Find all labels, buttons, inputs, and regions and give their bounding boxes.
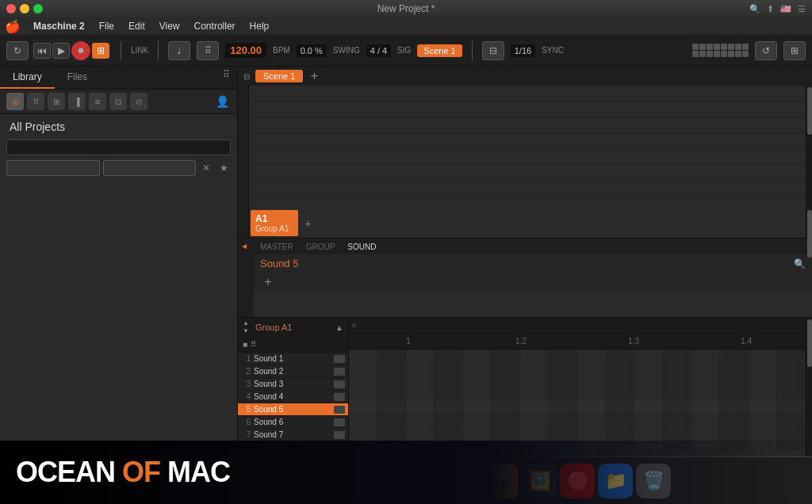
fullscreen-button[interactable] [33,4,43,13]
instrument-icon[interactable]: ◎ [6,93,24,110]
cell[interactable] [777,400,806,413]
cell[interactable] [520,388,549,400]
pattern-grid-row-5[interactable] [349,400,806,413]
cell[interactable] [492,438,520,451]
cell[interactable] [634,349,663,362]
cell[interactable] [492,413,520,426]
cell[interactable] [777,362,806,375]
cell[interactable] [435,375,463,388]
pattern-grid-row-8[interactable] [349,438,806,451]
cell[interactable] [749,388,777,400]
cell[interactable] [406,413,435,426]
cell[interactable] [606,400,634,413]
cell[interactable] [606,388,634,400]
cell[interactable] [720,426,749,438]
pattern-grid-row-3[interactable] [349,375,806,388]
cell[interactable] [720,400,749,413]
cell[interactable] [492,400,520,413]
rewind-button[interactable]: ⏮ [33,43,51,59]
cell[interactable] [549,349,577,362]
cell[interactable] [435,388,463,400]
sound-row-8[interactable]: 8 Sound 8 [238,441,348,454]
arranger-collapse[interactable]: ⊟ [241,67,252,86]
plugin-search-icon[interactable]: 🔍 [794,258,806,269]
tab-library[interactable]: Library [0,67,55,89]
cell[interactable] [492,362,520,375]
dock-icon-terminal[interactable]: 💻 [446,464,481,498]
share-icon[interactable]: ⬆ [767,4,774,14]
dock-icon-trash[interactable]: 🗑️ [636,464,671,498]
cell[interactable] [577,438,606,451]
cell[interactable] [749,375,777,388]
tab-sound[interactable]: SOUND [344,241,379,253]
cell[interactable] [377,438,406,451]
tab-group[interactable]: GROUP [303,241,339,253]
cell[interactable] [349,413,377,426]
dock-icon-facetime[interactable]: 📱 [217,464,252,498]
grid-button[interactable]: ⠿ [197,41,219,60]
cell[interactable] [492,349,520,362]
bar-chart-icon[interactable]: ▐ [68,93,86,110]
dock-icon-sequel[interactable]: 📦 [484,464,519,498]
cell[interactable] [691,349,720,362]
cell[interactable] [634,362,663,375]
apple-menu[interactable]: 🍎 [6,20,19,32]
cell[interactable] [377,400,406,413]
dock-icon-finder[interactable]: 🌐 [141,464,176,498]
pattern-scroll-thumb[interactable] [807,319,812,367]
cell[interactable] [663,438,691,451]
cell[interactable] [749,349,777,362]
group-block-a1[interactable]: A1 Group A1 [251,210,298,236]
pattern-grid-row-1[interactable] [349,349,806,362]
sound-row-7[interactable]: 7 Sound 7 [238,429,348,441]
cell[interactable] [549,426,577,438]
search-icon[interactable]: 🔍 [749,4,760,14]
cell[interactable] [406,375,435,388]
cell[interactable] [777,388,806,400]
cell[interactable] [720,438,749,451]
loop-mode-button[interactable]: ⊞ [92,43,109,59]
cell[interactable] [606,413,634,426]
controller-menu[interactable]: Controller [188,19,242,33]
cell[interactable] [663,362,691,375]
minimize-button[interactable] [20,4,29,13]
refresh-button[interactable]: ↺ [755,41,777,60]
cell[interactable] [520,438,549,451]
cell[interactable] [606,438,634,451]
cell[interactable] [577,349,606,362]
sound-row-2[interactable]: 2 Sound 2 [238,365,348,378]
cell[interactable] [463,438,492,451]
search-bar[interactable] [6,139,231,155]
scene-button[interactable]: Scene 1 [417,44,462,57]
group-scroll-thumb[interactable] [807,210,812,258]
cell[interactable] [520,413,549,426]
edit-menu[interactable]: Edit [122,19,151,33]
cell[interactable] [720,362,749,375]
cell[interactable] [377,388,406,400]
cell[interactable] [606,375,634,388]
filter-star-button[interactable]: ★ [216,161,231,175]
dock-icon-appstore[interactable]: 📱 [255,464,290,498]
sound-grid-btn[interactable]: ⠿ [251,340,256,349]
cell[interactable] [691,426,720,438]
group-scrollbar[interactable] [806,208,812,238]
cell[interactable] [777,349,806,362]
cell[interactable] [634,400,663,413]
app-name-menu[interactable]: Maschine 2 [27,19,91,33]
row-expand-btn[interactable]: ▲ [243,320,249,326]
loop-button[interactable]: ↻ [6,41,29,60]
menu-icon[interactable]: ☰ [798,4,806,14]
cell[interactable] [777,375,806,388]
cell[interactable] [520,375,549,388]
bpm-display[interactable]: 120.00 [225,43,266,58]
cell[interactable] [435,438,463,451]
cell[interactable] [549,413,577,426]
dock-icon-photos[interactable]: 🖼️ [522,464,557,498]
cell[interactable] [663,375,691,388]
cell[interactable] [634,375,663,388]
cell[interactable] [777,426,806,438]
cell[interactable] [577,388,606,400]
sound-row-6[interactable]: 6 Sound 6 [238,416,348,429]
cell[interactable] [349,400,377,413]
cell[interactable] [691,400,720,413]
